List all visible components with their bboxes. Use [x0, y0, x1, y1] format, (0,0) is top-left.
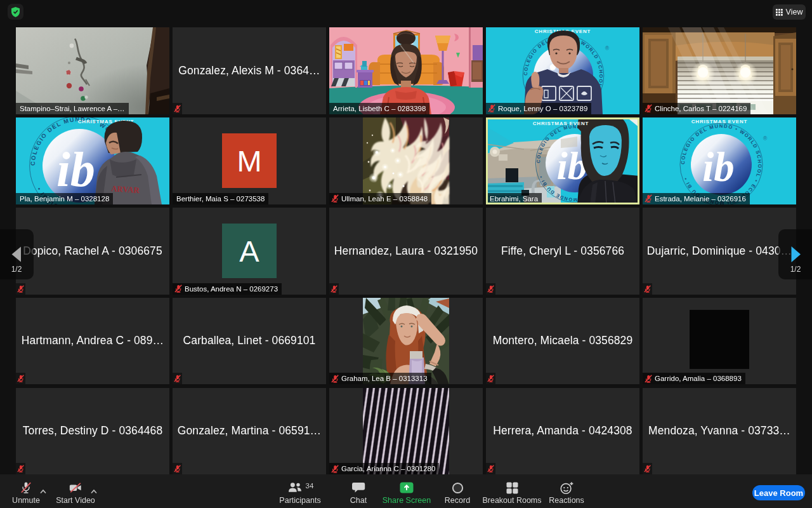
svg-text:ARVAR: ARVAR	[111, 184, 140, 195]
svg-text:1/2: 1/2	[790, 265, 801, 274]
svg-text:®: ®	[763, 135, 768, 142]
svg-text:CHRISTMAS EVENT: CHRISTMAS EVENT	[691, 119, 747, 124]
svg-text:1/2: 1/2	[11, 265, 22, 274]
svg-text:ib: ib	[56, 142, 95, 197]
svg-text:ib: ib	[702, 144, 734, 190]
svg-text:®: ®	[605, 45, 610, 51]
